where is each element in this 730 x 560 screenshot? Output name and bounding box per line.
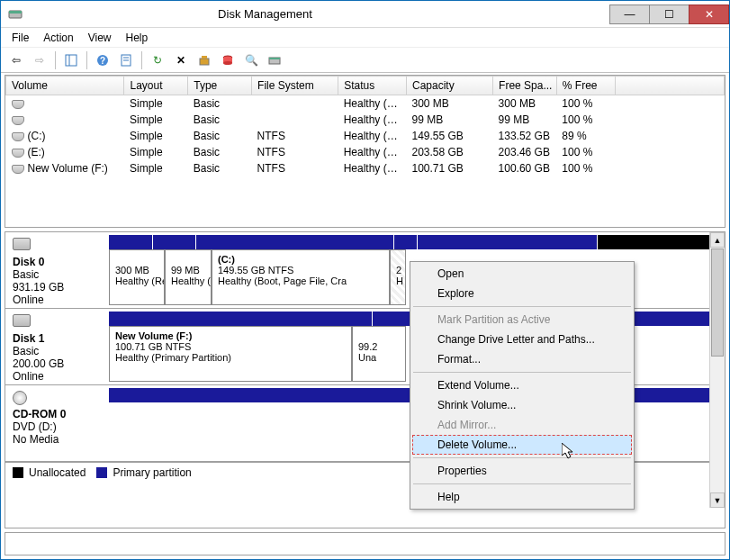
scroll-down-button[interactable]: ▼ bbox=[710, 492, 725, 508]
context-menu-item[interactable]: Explore bbox=[412, 284, 632, 303]
toolbar: ⇦ ⇨ ? ↻ ✕ 🔍 bbox=[1, 48, 729, 73]
menu-separator bbox=[413, 372, 631, 373]
legend-unallocated: Unallocated bbox=[29, 466, 86, 479]
volume-icon bbox=[12, 132, 24, 141]
column-header[interactable]: File System bbox=[252, 77, 338, 95]
svg-rect-1 bbox=[9, 11, 22, 14]
titlebar[interactable]: Disk Management — ☐ ✕ bbox=[1, 1, 729, 28]
column-header[interactable]: Layout bbox=[124, 77, 188, 95]
svg-rect-2 bbox=[66, 55, 77, 66]
column-header[interactable]: Capacity bbox=[406, 77, 492, 95]
table-row[interactable]: (E:)SimpleBasicNTFSHealthy (P...203.58 G… bbox=[6, 144, 725, 160]
disk-label: Disk 1Basic200.00 GBOnline bbox=[5, 309, 109, 384]
svg-rect-15 bbox=[269, 58, 280, 59]
context-menu: OpenExploreMark Partition as ActiveChang… bbox=[410, 261, 635, 510]
menu-separator bbox=[413, 457, 631, 458]
forward-button[interactable]: ⇨ bbox=[30, 50, 50, 70]
legend-primary: Primary partition bbox=[113, 466, 191, 479]
table-row[interactable]: SimpleBasicHealthy (R...300 MB300 MB100 … bbox=[6, 95, 725, 113]
maximize-button[interactable]: ☐ bbox=[649, 5, 689, 24]
menubar: File Action View Help bbox=[1, 28, 729, 48]
vertical-scrollbar[interactable]: ▲ ▼ bbox=[709, 232, 725, 508]
cd-icon bbox=[13, 391, 27, 405]
table-row[interactable]: (C:)SimpleBasicNTFSHealthy (B...149.55 G… bbox=[6, 128, 725, 144]
column-header[interactable]: Free Spa... bbox=[493, 77, 557, 95]
volume-icon bbox=[12, 149, 24, 158]
show-hide-tree-button[interactable] bbox=[61, 50, 81, 70]
hdd-icon bbox=[13, 314, 31, 327]
svg-rect-10 bbox=[202, 56, 207, 59]
properties-icon bbox=[120, 54, 132, 67]
rescan-button[interactable]: 🔍 bbox=[241, 50, 261, 70]
volume-icon bbox=[12, 100, 24, 109]
properties-button[interactable] bbox=[116, 50, 136, 70]
disk-label: CD-ROM 0DVD (D:)No Media bbox=[5, 385, 109, 461]
window-title: Disk Management bbox=[28, 7, 502, 21]
column-header[interactable]: Type bbox=[188, 77, 252, 95]
partition[interactable]: New Volume (F:)100.71 GB NTFSHealthy (Pr… bbox=[109, 326, 352, 382]
refresh-button[interactable]: ↻ bbox=[148, 50, 167, 70]
swatch-primary bbox=[96, 467, 107, 478]
volume-icon bbox=[12, 116, 24, 125]
context-menu-item[interactable]: Change Drive Letter and Paths... bbox=[412, 330, 632, 349]
chevron-up-icon: ▲ bbox=[714, 236, 722, 245]
menu-help[interactable]: Help bbox=[119, 30, 156, 46]
menu-view[interactable]: View bbox=[81, 30, 119, 46]
column-header[interactable]: Volume bbox=[6, 77, 124, 95]
svg-text:?: ? bbox=[100, 56, 105, 66]
volume-table: VolumeLayoutTypeFile SystemStatusCapacit… bbox=[5, 76, 725, 176]
context-menu-item: Mark Partition as Active bbox=[412, 310, 632, 330]
context-menu-item[interactable]: Open bbox=[412, 264, 632, 284]
disk-button[interactable] bbox=[265, 50, 284, 70]
context-menu-item[interactable]: Properties bbox=[412, 461, 632, 481]
back-button[interactable]: ⇦ bbox=[6, 50, 26, 70]
help-button[interactable]: ? bbox=[93, 50, 113, 70]
partition[interactable]: 99.2Una bbox=[352, 326, 406, 382]
forward-icon: ⇨ bbox=[35, 54, 44, 67]
close-button[interactable]: ✕ bbox=[689, 5, 729, 24]
partition[interactable]: (C:)149.55 GB NTFSHealthy (Boot, Page Fi… bbox=[212, 249, 390, 305]
disk-management-window: Disk Management — ☐ ✕ File Action View H… bbox=[0, 0, 730, 560]
svg-rect-9 bbox=[200, 59, 209, 65]
partition[interactable]: 300 MBHealthy (Re bbox=[109, 249, 165, 305]
volume-icon bbox=[12, 165, 24, 174]
scroll-up-button[interactable]: ▲ bbox=[710, 232, 725, 248]
context-menu-item[interactable]: Shrink Volume... bbox=[412, 395, 632, 415]
back-icon: ⇦ bbox=[12, 54, 21, 67]
table-row[interactable]: New Volume (F:)SimpleBasicNTFSHealthy (P… bbox=[6, 160, 725, 176]
disk-bar bbox=[109, 235, 722, 249]
context-menu-item: Add Mirror... bbox=[412, 415, 632, 435]
partition[interactable]: 2H bbox=[390, 249, 406, 305]
help-icon: ? bbox=[96, 54, 109, 67]
partition[interactable]: 99 MBHealthy ( bbox=[165, 249, 212, 305]
delete-icon: ✕ bbox=[176, 54, 185, 67]
column-header[interactable]: % Free bbox=[556, 77, 615, 95]
menu-file[interactable]: File bbox=[5, 30, 36, 46]
context-menu-item[interactable]: Format... bbox=[412, 349, 632, 369]
rescan-icon: 🔍 bbox=[245, 54, 258, 67]
minimize-button[interactable]: — bbox=[609, 5, 650, 24]
delete-button[interactable]: ✕ bbox=[171, 50, 191, 70]
refresh-icon: ↻ bbox=[153, 54, 162, 67]
context-menu-item[interactable]: Delete Volume... bbox=[412, 435, 632, 455]
statusbar bbox=[5, 532, 725, 555]
disk-label: Disk 0Basic931.19 GBOnline bbox=[5, 232, 109, 308]
chevron-down-icon: ▼ bbox=[714, 496, 722, 505]
hdd-icon bbox=[13, 238, 31, 250]
context-menu-item[interactable]: Extend Volume... bbox=[412, 375, 632, 395]
context-menu-item[interactable]: Help bbox=[412, 487, 632, 507]
format-button[interactable] bbox=[218, 50, 238, 70]
maximize-icon: ☐ bbox=[664, 8, 674, 21]
scrollbar-thumb[interactable] bbox=[711, 248, 724, 357]
menu-separator bbox=[413, 483, 631, 484]
volume-list-panel: VolumeLayoutTypeFile SystemStatusCapacit… bbox=[5, 75, 725, 228]
table-row[interactable]: SimpleBasicHealthy (E...99 MB99 MB100 % bbox=[6, 112, 725, 128]
export-button[interactable] bbox=[194, 50, 214, 70]
format-icon bbox=[221, 54, 234, 67]
minimize-icon: — bbox=[625, 8, 635, 21]
export-icon bbox=[198, 54, 211, 67]
column-header[interactable] bbox=[615, 77, 724, 95]
column-header[interactable]: Status bbox=[338, 77, 407, 95]
disk-icon bbox=[268, 54, 281, 67]
menu-action[interactable]: Action bbox=[36, 30, 80, 46]
